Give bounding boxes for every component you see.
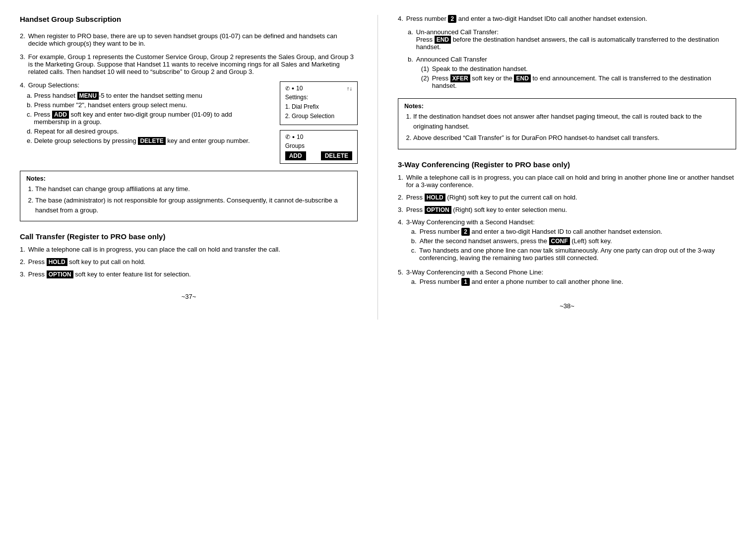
conf-item2-text: Press HOLD (Right) soft key to put the c… — [406, 194, 577, 201]
ct-item3: 3. Press OPTION soft key to enter featur… — [20, 270, 358, 278]
conf-item2: 2. Press HOLD (Right) soft key to put th… — [398, 194, 736, 201]
option-kbd-left: OPTION — [47, 270, 73, 278]
phone-icon-2: ✆ — [285, 134, 290, 140]
delete-kbd: DELETE — [138, 137, 165, 145]
item4-sub-b: b. Press number "2", handset enters grou… — [27, 101, 267, 109]
left-notes-title: Notes: — [26, 175, 351, 182]
menu-kbd: MENU — [77, 92, 99, 100]
conf-sub-b-text: After the second handset answers, press … — [420, 237, 612, 245]
right-note-1: If the destination handset does not answ… — [413, 112, 730, 131]
left-note-2: The base (administrator) is not responsi… — [35, 196, 351, 215]
sub-b-label-right: b. — [408, 56, 413, 91]
conf-item4: 4. 3-Way Conferencing with a Second Hand… — [398, 218, 736, 264]
conf-sub-c: c. Two handsets and one phone line can n… — [411, 247, 736, 262]
item2-num: 2. — [20, 32, 25, 47]
conf-item4-content: 3-Way Conferencing with a Second Handset… — [406, 218, 736, 264]
sub-a-title-right: Un-announced Call Transfer: — [416, 28, 736, 36]
ct-item2-num: 2. — [20, 258, 25, 266]
device2-btn-row: ADD DELETE — [285, 151, 352, 160]
conf-item1-num: 1. — [398, 174, 403, 189]
end-kbd-2: END — [514, 74, 530, 82]
conf-item4-num: 4. — [398, 218, 403, 264]
conf-item1-text: While a telephone call is in progress, y… — [406, 174, 736, 189]
sub-b1-label: (1) — [421, 65, 429, 72]
sub-b2-text: Press XFER soft key or the END to end an… — [432, 74, 736, 89]
sub-b-subs: (1) Speak to the destination handset. (2… — [416, 65, 736, 89]
right-sub-a: a. Un-announced Call Transfer: Press END… — [398, 28, 736, 51]
right-notes-box: Notes: If the destination handset does n… — [398, 98, 736, 149]
item3-num: 3. — [20, 53, 25, 75]
conf5-sub-a: a. Press number 1 and enter a phone numb… — [411, 278, 623, 285]
conferencing-title: 3-Way Conferencing (Register to PRO base… — [398, 160, 736, 169]
item4-content: 4. Group Selections: a. Press handset ME… — [20, 81, 267, 164]
device1-settings: Settings: — [285, 93, 352, 102]
left-notes-list: The handset can change group affiliation… — [26, 184, 351, 215]
ct-item3-text: Press OPTION soft key to enter feature l… — [28, 270, 191, 278]
ct-item1-num: 1. — [20, 246, 25, 253]
sub-b2-label: (2) — [421, 74, 429, 89]
conf-item2-num: 2. — [398, 194, 403, 201]
conf-item3: 3. Press OPTION (Right) soft key to ente… — [398, 206, 736, 213]
conf-item3-num: 3. — [398, 206, 403, 213]
conf-item5-subs: a. Press number 1 and enter a phone numb… — [406, 278, 623, 285]
left-item4: 4. Group Selections: a. Press handset ME… — [20, 81, 358, 164]
option-kbd-right: OPTION — [425, 206, 451, 214]
left-column: Handset Group Subscription 2. When regis… — [20, 15, 378, 320]
hold-kbd-left: HOLD — [47, 258, 67, 266]
left-notes-box: Notes: The handset can change group affi… — [20, 171, 358, 222]
sub-e-text: Delete group selections by pressing DELE… — [34, 137, 250, 144]
conferencing-section: 3-Way Conferencing (Register to PRO base… — [398, 160, 736, 287]
device-boxes: ✆ ● 10 ↑↓ Settings: 1. Dial Prefix 2. Gr… — [275, 81, 358, 164]
delete-button[interactable]: DELETE — [321, 151, 352, 160]
right-item4: 4. Press number 2 and enter a two-digit … — [398, 15, 736, 22]
item3-text: For example, Group 1 represents the Cust… — [28, 53, 358, 75]
conf-sub-b: b. After the second handset answers, pre… — [411, 237, 736, 245]
device1-num: 10 — [296, 85, 303, 92]
item4-num: 4. — [20, 81, 25, 89]
conf-item5: 5. 3-Way Conferencing with a Second Phon… — [398, 268, 736, 287]
num1-kbd: 1 — [461, 278, 470, 286]
conf-sub-a: a. Press number 2 and enter a two-digit … — [411, 228, 736, 235]
call-transfer-title: Call Transfer (Register to PRO base only… — [20, 232, 358, 241]
call-transfer-section: Call Transfer (Register to PRO base only… — [20, 232, 358, 278]
sub-c-label: c. — [27, 111, 32, 126]
phone-icon-1: ✆ — [285, 85, 290, 92]
signal-icon-1: ● — [292, 86, 294, 91]
device2-title: ✆ ● 10 — [285, 134, 352, 140]
conf-item1: 1. While a telephone call is in progress… — [398, 174, 736, 189]
item4-sub-c: c. Press ADD soft key and enter two-digi… — [27, 111, 267, 126]
right-item4-num: 4. — [398, 15, 403, 22]
sub-a-label-right: a. — [408, 28, 413, 51]
sub-a-label: a. — [27, 92, 32, 99]
device1-line1: 1. Dial Prefix — [285, 102, 352, 112]
conf-item4-intro: 3-Way Conferencing with a Second Handset… — [406, 218, 736, 226]
conf-item4-subs: a. Press number 2 and enter a two-digit … — [406, 228, 736, 262]
conf5-sub-a-text: Press number 1 and enter a phone number … — [420, 278, 624, 285]
num2-kbd-right: 2 — [448, 15, 456, 23]
left-item2: 2. When register to PRO base, there are … — [20, 32, 358, 47]
sub-d-text: Repeat for all desired groups. — [34, 128, 119, 135]
right-sub-b: b. Announced Call Transfer (1) Speak to … — [398, 56, 736, 91]
sub-b-label: b. — [27, 101, 32, 109]
add-button[interactable]: ADD — [285, 151, 306, 160]
device-box-1: ✆ ● 10 ↑↓ Settings: 1. Dial Prefix 2. Gr… — [280, 81, 358, 125]
end-kbd-1: END — [435, 36, 451, 44]
sub-b-content-right: Announced Call Transfer (1) Speak to the… — [416, 56, 736, 91]
device1-arrows: ↑↓ — [347, 85, 352, 91]
sub-a-content-right: Un-announced Call Transfer: Press END be… — [416, 28, 736, 51]
conf-item5-intro: 3-Way Conferencing with a Second Phone L… — [406, 268, 623, 276]
conf-sub-c-text: Two handsets and one phone line can now … — [419, 247, 736, 262]
signal-icon-2: ● — [292, 134, 295, 139]
conf-sub-b-label: b. — [411, 237, 417, 245]
conf-item5-num: 5. — [398, 268, 403, 287]
device2-groups-label: Groups — [285, 142, 352, 149]
conf-item5-content: 3-Way Conferencing with a Second Phone L… — [406, 268, 623, 287]
sub-a-body-right: Press END before the destination handset… — [416, 36, 736, 51]
ct-item2-text: Press HOLD soft key to put call on hold. — [28, 258, 145, 266]
sub-d-label: d. — [27, 128, 32, 135]
left-note-1: The handset can change group affiliation… — [35, 184, 351, 194]
conf-sub-c-label: c. — [411, 247, 416, 262]
sub-b-title-right: Announced Call Transfer — [416, 56, 736, 63]
conf-sub-a-text: Press number 2 and enter a two-digit Han… — [420, 228, 662, 235]
xfer-kbd: XFER — [450, 74, 470, 82]
